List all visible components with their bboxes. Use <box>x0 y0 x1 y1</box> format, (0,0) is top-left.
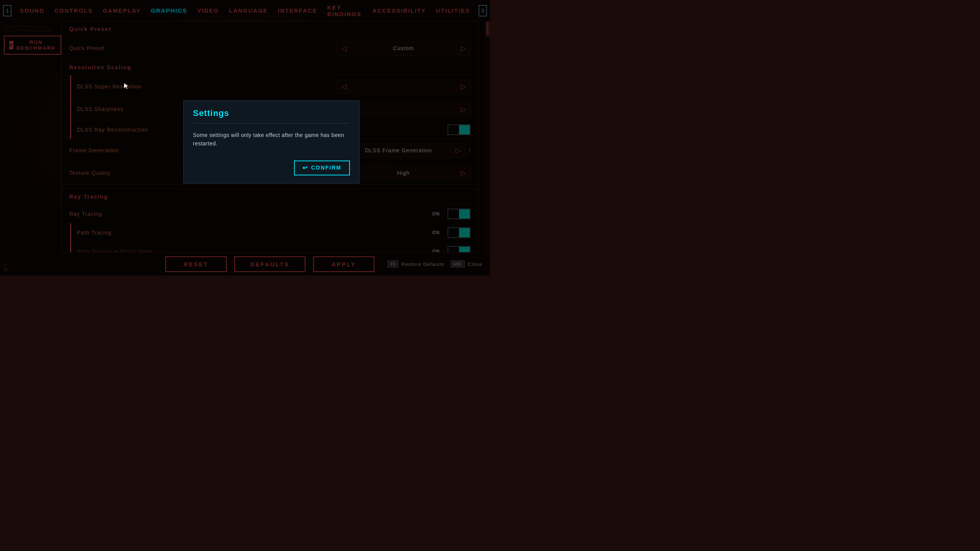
modal-footer: ↩ CONFIRM <box>184 156 359 183</box>
confirm-label: CONFIRM <box>311 165 341 171</box>
modal-title: Settings <box>184 101 359 123</box>
confirm-icon: ↩ <box>302 164 308 171</box>
confirm-button[interactable]: ↩ CONFIRM <box>294 160 350 175</box>
modal-overlay: Settings Some settings will only take ef… <box>0 0 490 276</box>
modal-body: Some settings will only take effect afte… <box>184 123 359 156</box>
settings-dialog: Settings Some settings will only take ef… <box>183 100 359 183</box>
